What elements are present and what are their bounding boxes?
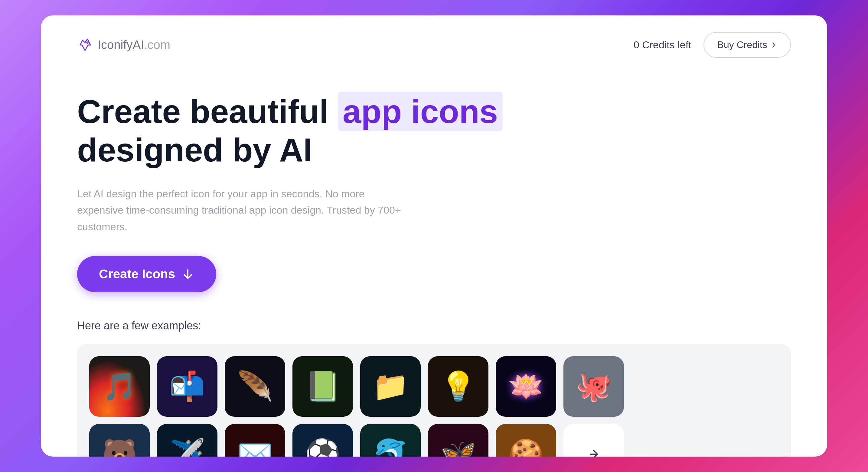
arrow-right-icon <box>585 445 603 457</box>
list-item: 💡 <box>428 356 489 417</box>
hero-title-prefix: Create beautiful <box>77 93 338 130</box>
bear-emoji: 🐻 <box>102 437 137 457</box>
money-book-emoji: 📗 <box>305 370 341 403</box>
main-card: IconifyAI.com 0 Credits left Buy Credits… <box>41 15 827 457</box>
buy-credits-label: Buy Credits <box>717 39 767 50</box>
hero-section: Create beautiful app icons designed by A… <box>41 74 827 307</box>
list-item: 🪷 <box>496 356 556 417</box>
create-icons-button[interactable]: Create Icons <box>77 256 216 292</box>
header: IconifyAI.com 0 Credits left Buy Credits <box>41 15 827 74</box>
logo-area: IconifyAI.com <box>77 37 170 53</box>
dolphin-emoji: 🐬 <box>373 437 409 457</box>
folder-emoji: 📁 <box>373 370 409 403</box>
list-item: 🐙 <box>563 356 624 417</box>
examples-title: Here are a few examples: <box>77 319 791 332</box>
airplane-emoji: ✈️ <box>169 437 205 457</box>
svg-point-1 <box>86 41 89 44</box>
list-item: 📗 <box>292 356 353 417</box>
list-item: 📁 <box>360 356 421 417</box>
next-arrow-button[interactable] <box>563 424 624 457</box>
lotus-emoji: 🪷 <box>508 370 544 403</box>
octopus-emoji: 🐙 <box>576 370 612 403</box>
list-item: 🐻 <box>89 424 150 457</box>
logo-name: IconifyAI <box>98 38 144 52</box>
list-item: 📬 <box>157 356 217 417</box>
examples-section: Here are a few examples: 🎵 📬 🪶 📗 <box>41 307 827 457</box>
credits-label-text: Credits left <box>642 39 691 50</box>
chevron-right-icon <box>770 42 777 48</box>
list-item: 🪶 <box>225 356 285 417</box>
cookie-emoji: 🍪 <box>508 437 544 457</box>
list-item: 🎵 <box>89 356 150 417</box>
logo-icon <box>77 37 93 53</box>
list-item: 🐬 <box>360 424 421 457</box>
icons-grid: 🎵 📬 🪶 📗 📁 <box>77 344 791 457</box>
list-item: ✉️ <box>225 424 285 457</box>
icons-row-2: 🐻 ✈️ ✉️ ⚽ 🐬 � <box>89 424 779 457</box>
create-icons-label: Create Icons <box>99 267 175 281</box>
wings-emoji: 🦋 <box>440 437 476 457</box>
soccer-emoji: ⚽ <box>305 437 341 457</box>
logo-domain: .com <box>144 38 170 52</box>
hero-title-highlight: app icons <box>338 92 503 131</box>
bird-emoji: 🪶 <box>237 370 273 403</box>
list-item: ✈️ <box>157 424 217 457</box>
credits-left-label: 0 Credits left <box>633 39 691 51</box>
list-item: 🍪 <box>496 424 556 457</box>
music-fire-emoji: 🎵 <box>102 371 136 403</box>
list-item: ⚽ <box>292 424 353 457</box>
envelope-emoji: ✉️ <box>237 437 273 457</box>
icons-row-1: 🎵 📬 🪶 📗 📁 <box>89 356 779 417</box>
header-right: 0 Credits left Buy Credits <box>633 32 791 58</box>
credits-count: 0 <box>633 39 639 50</box>
bulb-emoji: 💡 <box>440 370 476 403</box>
arrow-down-icon <box>181 267 194 281</box>
hero-subtitle: Let AI design the perfect icon for your … <box>77 186 410 235</box>
logo-text: IconifyAI.com <box>98 38 170 52</box>
buy-credits-button[interactable]: Buy Credits <box>704 32 791 58</box>
hero-title-suffix: designed by AI <box>77 131 312 168</box>
hero-title: Create beautiful app icons designed by A… <box>77 93 791 169</box>
list-item: 🦋 <box>428 424 489 457</box>
mailbox-emoji: 📬 <box>169 370 205 403</box>
